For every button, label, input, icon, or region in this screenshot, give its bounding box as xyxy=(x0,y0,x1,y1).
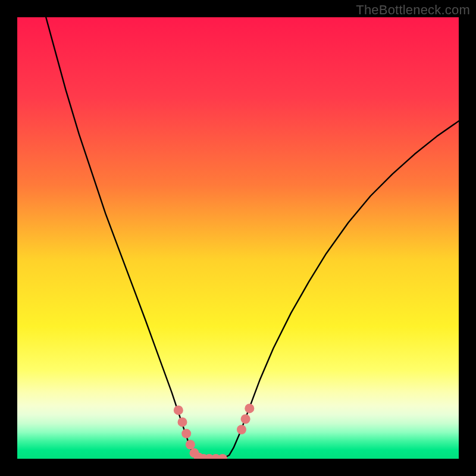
plot-area xyxy=(17,17,459,459)
marker-dot xyxy=(245,403,254,413)
marker-dot xyxy=(218,454,227,459)
curve-layer xyxy=(17,17,459,459)
chart-frame: TheBottleneck.com xyxy=(0,0,476,476)
marker-dot xyxy=(199,454,208,459)
marker-dot xyxy=(211,454,221,459)
bottleneck-curve xyxy=(46,17,459,459)
marker-dot xyxy=(178,417,187,427)
watermark-text: TheBottleneck.com xyxy=(356,2,470,18)
marker-dot xyxy=(181,429,191,439)
marker-dot xyxy=(174,405,183,415)
marker-dot xyxy=(190,448,199,458)
marker-dot xyxy=(205,454,214,459)
marker-dot xyxy=(237,425,246,434)
marker-dot xyxy=(186,440,195,449)
marker-dot xyxy=(241,414,250,424)
marker-dot xyxy=(194,453,203,459)
